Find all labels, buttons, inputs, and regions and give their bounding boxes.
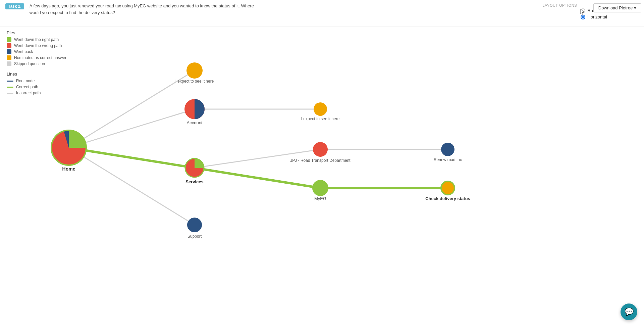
line-home-account (69, 109, 195, 148)
task-badge: Task 2. (5, 3, 24, 9)
task-description: A few days ago, you just renewed your ro… (30, 3, 264, 16)
node-support[interactable] (187, 218, 202, 232)
label-expect-top: I expect to see it here (175, 79, 214, 84)
label-account: Account (187, 120, 203, 125)
line-home-services-correct (69, 148, 195, 168)
node-home[interactable] (51, 130, 86, 165)
horizontal-radio[interactable] (581, 15, 585, 19)
chat-button[interactable]: 💬 (621, 303, 637, 320)
horizontal-label: Horizontal (587, 14, 607, 19)
horizontal-option[interactable]: Horizontal (581, 14, 607, 19)
line-home-support (69, 148, 195, 225)
download-button[interactable]: Download Pietree ▾ (593, 3, 641, 12)
label-services: Services (185, 179, 204, 184)
node-expect-right[interactable] (314, 102, 327, 116)
label-home: Home (62, 166, 75, 172)
label-expect-right: I expect to see it here (301, 116, 340, 121)
line-services-myeg-correct (195, 168, 320, 188)
radial-radio[interactable] (581, 8, 585, 13)
node-renew[interactable] (441, 143, 454, 156)
layout-options-label: LAYOUT OPTIONS (542, 3, 577, 7)
label-myeg: MyEG (314, 196, 326, 201)
chart-canvas: I expect to see it here Account I expect… (0, 27, 644, 327)
label-support: Support (187, 234, 202, 239)
node-services[interactable] (185, 158, 204, 177)
label-check-delivery: Check delivery status (425, 196, 470, 201)
node-account[interactable] (184, 99, 205, 119)
node-jpj[interactable] (313, 142, 328, 157)
label-renew: Renew road tax (434, 157, 462, 162)
node-expect-top[interactable] (186, 62, 203, 79)
pietree-svg: I expect to see it here Account I expect… (0, 27, 644, 327)
label-jpj: JPJ - Road Transport Department (290, 158, 351, 163)
